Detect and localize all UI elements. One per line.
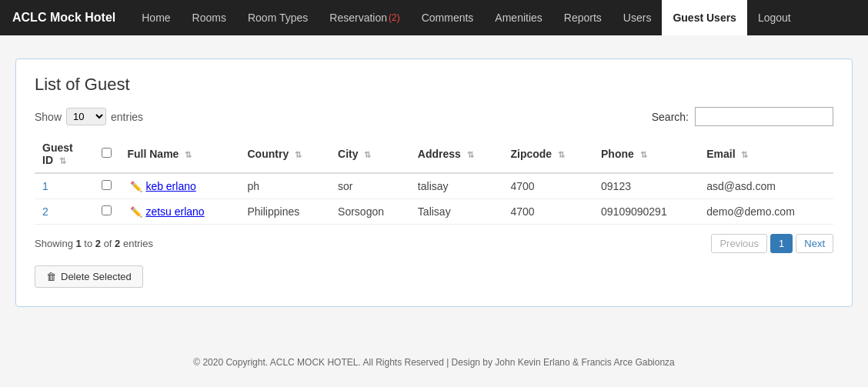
nav-item-users[interactable]: Users: [613, 0, 663, 35]
td-checkbox: [94, 199, 119, 225]
trash-icon: 🗑: [46, 271, 56, 282]
next-button[interactable]: Next: [796, 234, 833, 253]
table-controls: Show 10 25 50 100 entries Search:: [35, 107, 833, 126]
sort-icon-name: [185, 150, 192, 160]
td-checkbox: [94, 173, 119, 199]
nav-item-comments[interactable]: Comments: [411, 0, 485, 35]
search-label: Search:: [652, 111, 689, 123]
td-id: 2: [35, 199, 94, 225]
table-header-row: GuestID Full Name Country City Address Z…: [35, 135, 833, 173]
sort-icon-address: [467, 150, 474, 160]
select-all-checkbox[interactable]: [102, 148, 112, 158]
sort-icon-country: [295, 150, 302, 160]
nav-item-reports[interactable]: Reports: [553, 0, 613, 35]
sort-icon-id: [59, 156, 66, 166]
th-guest-id[interactable]: GuestID: [35, 135, 94, 173]
guest-list-card: List of Guest Show 10 25 50 100 entries …: [15, 58, 853, 307]
guest-name-link[interactable]: zetsu erlano: [145, 205, 204, 218]
td-phone: 09109090291: [593, 199, 699, 225]
main-content: List of Guest Show 10 25 50 100 entries …: [0, 35, 868, 343]
td-email: asd@asd.com: [699, 173, 833, 199]
nav-item-rooms[interactable]: Rooms: [182, 0, 237, 35]
table-row: 1 ✏️ keb erlano ph sor talisay 4700 0912…: [35, 173, 833, 199]
guest-table: GuestID Full Name Country City Address Z…: [35, 135, 833, 225]
td-city: sor: [330, 173, 410, 199]
nav-item-room-types[interactable]: Room Types: [237, 0, 319, 35]
entries-select[interactable]: 10 25 50 100: [66, 108, 106, 125]
row-checkbox[interactable]: [102, 205, 112, 215]
td-country: Philippines: [240, 199, 331, 225]
td-zipcode: 4700: [502, 199, 593, 225]
sort-icon-city: [364, 150, 371, 160]
delete-label: Delete Selected: [61, 271, 132, 282]
td-full-name: ✏️ keb erlano: [119, 173, 239, 199]
guest-id-link[interactable]: 2: [42, 205, 48, 218]
td-address: talisay: [410, 173, 503, 199]
th-email[interactable]: Email: [699, 135, 833, 173]
th-city[interactable]: City: [330, 135, 410, 173]
footer-text: © 2020 Copyright. ACLC MOCK HOTEL. All R…: [193, 357, 675, 368]
page-title: List of Guest: [35, 75, 833, 95]
sort-icon-zipcode: [558, 150, 565, 160]
table-footer: Showing 1 to 2 of 2 entries Previous 1 N…: [35, 234, 833, 253]
show-entries: Show 10 25 50 100 entries: [35, 108, 143, 125]
delete-area: 🗑 Delete Selected: [35, 265, 833, 288]
page-footer: © 2020 Copyright. ACLC MOCK HOTEL. All R…: [0, 343, 868, 382]
td-zipcode: 4700: [502, 173, 593, 199]
edit-icon[interactable]: ✏️: [130, 206, 142, 218]
nav-item-guest-users[interactable]: Guest Users: [662, 0, 746, 35]
th-address[interactable]: Address: [410, 135, 503, 173]
nav-item-home[interactable]: Home: [131, 0, 181, 35]
sort-icon-phone: [640, 150, 647, 160]
th-country[interactable]: Country: [240, 135, 331, 173]
showing-text: Showing 1 to 2 of 2 entries: [35, 238, 153, 249]
edit-icon[interactable]: ✏️: [130, 181, 142, 192]
td-address: Talisay: [410, 199, 503, 225]
navbar: ACLC Mock Hotel Home Rooms Room Types Re…: [0, 0, 868, 35]
previous-button[interactable]: Previous: [711, 234, 767, 253]
td-phone: 09123: [593, 173, 699, 199]
table-row: 2 ✏️ zetsu erlano Philippines Sorsogon T…: [35, 199, 833, 225]
reservation-badge: (2): [389, 12, 400, 23]
th-phone[interactable]: Phone: [593, 135, 699, 173]
td-city: Sorsogon: [330, 199, 410, 225]
page-1-button[interactable]: 1: [770, 234, 793, 253]
brand: ACLC Mock Hotel: [12, 11, 115, 25]
nav-item-amenities[interactable]: Amenities: [484, 0, 553, 35]
row-checkbox[interactable]: [102, 180, 112, 190]
td-full-name: ✏️ zetsu erlano: [119, 199, 239, 225]
nav-item-reservation[interactable]: Reservation (2): [319, 0, 410, 35]
entries-label: entries: [111, 111, 143, 123]
guest-name-link[interactable]: keb erlano: [145, 180, 195, 192]
guest-id-link[interactable]: 1: [42, 180, 48, 192]
td-country: ph: [240, 173, 331, 199]
nav-item-logout[interactable]: Logout: [747, 0, 802, 35]
show-label: Show: [35, 111, 62, 123]
table-body: 1 ✏️ keb erlano ph sor talisay 4700 0912…: [35, 173, 833, 225]
delete-selected-button[interactable]: 🗑 Delete Selected: [35, 265, 143, 288]
th-checkbox: [94, 135, 119, 173]
td-id: 1: [35, 173, 94, 199]
search-area: Search:: [652, 107, 833, 126]
sort-icon-email: [741, 150, 748, 160]
td-email: demo@demo.com: [699, 199, 833, 225]
th-zipcode[interactable]: Zipcode: [502, 135, 593, 173]
pagination: Previous 1 Next: [711, 234, 833, 253]
search-input[interactable]: [695, 107, 833, 126]
th-full-name[interactable]: Full Name: [119, 135, 239, 173]
nav-links: Home Rooms Room Types Reservation (2) Co…: [131, 0, 856, 35]
